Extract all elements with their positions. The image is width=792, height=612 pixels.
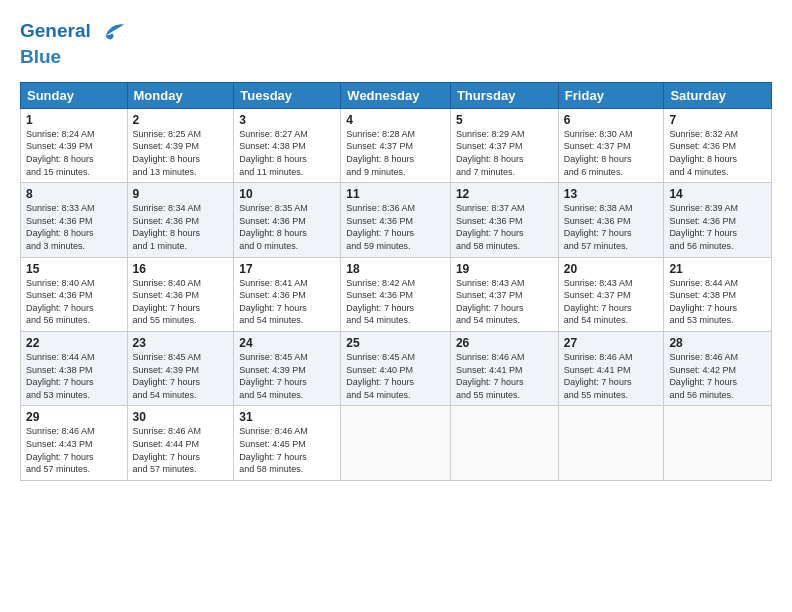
- day-info: Sunrise: 8:29 AM Sunset: 4:37 PM Dayligh…: [456, 128, 553, 178]
- calendar-cell: 13Sunrise: 8:38 AM Sunset: 4:36 PM Dayli…: [558, 183, 664, 257]
- logo: General Blue: [20, 18, 126, 68]
- day-number: 16: [133, 262, 229, 276]
- day-info: Sunrise: 8:30 AM Sunset: 4:37 PM Dayligh…: [564, 128, 659, 178]
- logo-general: General: [20, 20, 91, 41]
- col-header-saturday: Saturday: [664, 82, 772, 108]
- day-info: Sunrise: 8:28 AM Sunset: 4:37 PM Dayligh…: [346, 128, 445, 178]
- day-number: 1: [26, 113, 122, 127]
- calendar-cell: 31Sunrise: 8:46 AM Sunset: 4:45 PM Dayli…: [234, 406, 341, 480]
- day-info: Sunrise: 8:40 AM Sunset: 4:36 PM Dayligh…: [26, 277, 122, 327]
- day-info: Sunrise: 8:46 AM Sunset: 4:44 PM Dayligh…: [133, 425, 229, 475]
- day-info: Sunrise: 8:45 AM Sunset: 4:40 PM Dayligh…: [346, 351, 445, 401]
- logo-bird-icon: [98, 18, 126, 46]
- day-number: 21: [669, 262, 766, 276]
- day-number: 20: [564, 262, 659, 276]
- day-number: 14: [669, 187, 766, 201]
- calendar-cell: 18Sunrise: 8:42 AM Sunset: 4:36 PM Dayli…: [341, 257, 451, 331]
- day-number: 5: [456, 113, 553, 127]
- page: General Blue SundayMondayTuesdayWednesda…: [0, 0, 792, 491]
- calendar-cell: 4Sunrise: 8:28 AM Sunset: 4:37 PM Daylig…: [341, 108, 451, 182]
- calendar-week-4: 22Sunrise: 8:44 AM Sunset: 4:38 PM Dayli…: [21, 331, 772, 405]
- day-info: Sunrise: 8:24 AM Sunset: 4:39 PM Dayligh…: [26, 128, 122, 178]
- calendar-cell: 23Sunrise: 8:45 AM Sunset: 4:39 PM Dayli…: [127, 331, 234, 405]
- calendar-cell: 29Sunrise: 8:46 AM Sunset: 4:43 PM Dayli…: [21, 406, 128, 480]
- header: General Blue: [20, 18, 772, 68]
- day-number: 10: [239, 187, 335, 201]
- col-header-thursday: Thursday: [450, 82, 558, 108]
- calendar-cell: 9Sunrise: 8:34 AM Sunset: 4:36 PM Daylig…: [127, 183, 234, 257]
- day-number: 13: [564, 187, 659, 201]
- logo-blue: Blue: [20, 46, 126, 68]
- day-info: Sunrise: 8:34 AM Sunset: 4:36 PM Dayligh…: [133, 202, 229, 252]
- calendar-cell: 28Sunrise: 8:46 AM Sunset: 4:42 PM Dayli…: [664, 331, 772, 405]
- day-info: Sunrise: 8:46 AM Sunset: 4:41 PM Dayligh…: [564, 351, 659, 401]
- day-number: 30: [133, 410, 229, 424]
- day-info: Sunrise: 8:44 AM Sunset: 4:38 PM Dayligh…: [26, 351, 122, 401]
- calendar-cell: 24Sunrise: 8:45 AM Sunset: 4:39 PM Dayli…: [234, 331, 341, 405]
- calendar-cell: [664, 406, 772, 480]
- day-number: 19: [456, 262, 553, 276]
- calendar-body: 1Sunrise: 8:24 AM Sunset: 4:39 PM Daylig…: [21, 108, 772, 480]
- day-number: 2: [133, 113, 229, 127]
- calendar-cell: [450, 406, 558, 480]
- calendar-cell: 21Sunrise: 8:44 AM Sunset: 4:38 PM Dayli…: [664, 257, 772, 331]
- calendar-cell: 19Sunrise: 8:43 AM Sunset: 4:37 PM Dayli…: [450, 257, 558, 331]
- calendar-cell: 6Sunrise: 8:30 AM Sunset: 4:37 PM Daylig…: [558, 108, 664, 182]
- col-header-wednesday: Wednesday: [341, 82, 451, 108]
- day-number: 29: [26, 410, 122, 424]
- day-info: Sunrise: 8:36 AM Sunset: 4:36 PM Dayligh…: [346, 202, 445, 252]
- calendar-cell: 14Sunrise: 8:39 AM Sunset: 4:36 PM Dayli…: [664, 183, 772, 257]
- day-number: 11: [346, 187, 445, 201]
- day-number: 17: [239, 262, 335, 276]
- calendar-cell: [341, 406, 451, 480]
- day-info: Sunrise: 8:32 AM Sunset: 4:36 PM Dayligh…: [669, 128, 766, 178]
- col-header-sunday: Sunday: [21, 82, 128, 108]
- day-info: Sunrise: 8:43 AM Sunset: 4:37 PM Dayligh…: [564, 277, 659, 327]
- day-info: Sunrise: 8:41 AM Sunset: 4:36 PM Dayligh…: [239, 277, 335, 327]
- day-number: 24: [239, 336, 335, 350]
- day-number: 31: [239, 410, 335, 424]
- col-header-monday: Monday: [127, 82, 234, 108]
- day-info: Sunrise: 8:39 AM Sunset: 4:36 PM Dayligh…: [669, 202, 766, 252]
- calendar-cell: 26Sunrise: 8:46 AM Sunset: 4:41 PM Dayli…: [450, 331, 558, 405]
- day-number: 9: [133, 187, 229, 201]
- day-info: Sunrise: 8:46 AM Sunset: 4:41 PM Dayligh…: [456, 351, 553, 401]
- day-number: 23: [133, 336, 229, 350]
- calendar-header-row: SundayMondayTuesdayWednesdayThursdayFrid…: [21, 82, 772, 108]
- day-info: Sunrise: 8:25 AM Sunset: 4:39 PM Dayligh…: [133, 128, 229, 178]
- day-number: 8: [26, 187, 122, 201]
- calendar-cell: 10Sunrise: 8:35 AM Sunset: 4:36 PM Dayli…: [234, 183, 341, 257]
- calendar-cell: 15Sunrise: 8:40 AM Sunset: 4:36 PM Dayli…: [21, 257, 128, 331]
- day-info: Sunrise: 8:43 AM Sunset: 4:37 PM Dayligh…: [456, 277, 553, 327]
- calendar-cell: 3Sunrise: 8:27 AM Sunset: 4:38 PM Daylig…: [234, 108, 341, 182]
- calendar-cell: 2Sunrise: 8:25 AM Sunset: 4:39 PM Daylig…: [127, 108, 234, 182]
- calendar-week-3: 15Sunrise: 8:40 AM Sunset: 4:36 PM Dayli…: [21, 257, 772, 331]
- day-info: Sunrise: 8:27 AM Sunset: 4:38 PM Dayligh…: [239, 128, 335, 178]
- calendar-table: SundayMondayTuesdayWednesdayThursdayFrid…: [20, 82, 772, 481]
- calendar-cell: 11Sunrise: 8:36 AM Sunset: 4:36 PM Dayli…: [341, 183, 451, 257]
- day-number: 6: [564, 113, 659, 127]
- day-info: Sunrise: 8:40 AM Sunset: 4:36 PM Dayligh…: [133, 277, 229, 327]
- day-number: 15: [26, 262, 122, 276]
- day-number: 27: [564, 336, 659, 350]
- day-info: Sunrise: 8:46 AM Sunset: 4:42 PM Dayligh…: [669, 351, 766, 401]
- day-info: Sunrise: 8:46 AM Sunset: 4:45 PM Dayligh…: [239, 425, 335, 475]
- day-info: Sunrise: 8:37 AM Sunset: 4:36 PM Dayligh…: [456, 202, 553, 252]
- day-number: 26: [456, 336, 553, 350]
- day-number: 12: [456, 187, 553, 201]
- calendar-cell: 1Sunrise: 8:24 AM Sunset: 4:39 PM Daylig…: [21, 108, 128, 182]
- calendar-cell: [558, 406, 664, 480]
- day-number: 28: [669, 336, 766, 350]
- calendar-cell: 16Sunrise: 8:40 AM Sunset: 4:36 PM Dayli…: [127, 257, 234, 331]
- calendar-week-1: 1Sunrise: 8:24 AM Sunset: 4:39 PM Daylig…: [21, 108, 772, 182]
- col-header-tuesday: Tuesday: [234, 82, 341, 108]
- calendar-cell: 17Sunrise: 8:41 AM Sunset: 4:36 PM Dayli…: [234, 257, 341, 331]
- col-header-friday: Friday: [558, 82, 664, 108]
- calendar-cell: 7Sunrise: 8:32 AM Sunset: 4:36 PM Daylig…: [664, 108, 772, 182]
- day-number: 18: [346, 262, 445, 276]
- day-info: Sunrise: 8:33 AM Sunset: 4:36 PM Dayligh…: [26, 202, 122, 252]
- calendar-week-2: 8Sunrise: 8:33 AM Sunset: 4:36 PM Daylig…: [21, 183, 772, 257]
- calendar-cell: 20Sunrise: 8:43 AM Sunset: 4:37 PM Dayli…: [558, 257, 664, 331]
- day-info: Sunrise: 8:45 AM Sunset: 4:39 PM Dayligh…: [133, 351, 229, 401]
- calendar-week-5: 29Sunrise: 8:46 AM Sunset: 4:43 PM Dayli…: [21, 406, 772, 480]
